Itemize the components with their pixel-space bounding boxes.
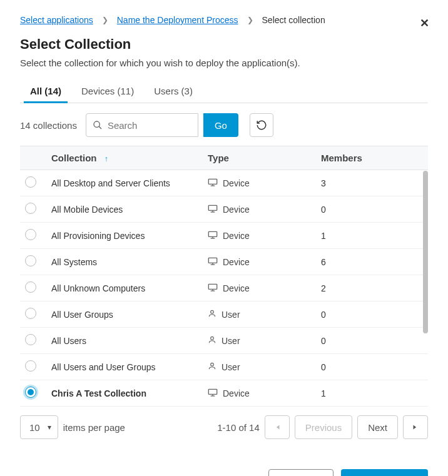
row-radio[interactable] (25, 255, 36, 266)
device-icon (208, 230, 218, 241)
row-members-count: 3 (316, 170, 428, 196)
search-field-wrap (86, 113, 198, 137)
breadcrumb: Select applications ❯ Name the Deploymen… (20, 15, 428, 25)
row-members-count: 0 (316, 328, 428, 354)
svg-rect-8 (208, 231, 216, 236)
pager: 10 items per page 1-10 of 14 Previous Ne… (20, 415, 428, 439)
row-members-count: 0 (316, 301, 428, 328)
tabs: All (14) Devices (11) Users (3) (20, 81, 428, 103)
toolbar: 14 collections Go (20, 113, 428, 137)
tab-users[interactable]: Users (3) (153, 81, 194, 103)
table-row[interactable]: All UsersUser0 (20, 328, 428, 354)
refresh-button[interactable] (250, 113, 273, 137)
refresh-icon (256, 119, 267, 131)
row-collection-name: All Users (46, 328, 203, 354)
svg-rect-11 (208, 258, 216, 263)
previous-page-button[interactable]: Previous (295, 415, 352, 439)
user-icon (208, 335, 216, 346)
collections-table: Collection ↑ Type Members All Desktop an… (20, 146, 428, 407)
table-row[interactable]: All Desktop and Server ClientsDevice3 (20, 170, 428, 196)
svg-point-19 (211, 363, 214, 366)
search-go-button[interactable]: Go (203, 113, 238, 137)
table-row[interactable]: All Users and User GroupsUser0 (20, 354, 428, 380)
column-header-type[interactable]: Type (203, 146, 316, 170)
column-header-select (20, 146, 46, 170)
user-icon (208, 309, 216, 320)
svg-rect-2 (208, 179, 216, 184)
row-radio[interactable] (25, 360, 36, 372)
scrollbar[interactable] (423, 171, 428, 404)
close-icon[interactable]: ✕ (420, 16, 429, 30)
table-row[interactable]: All Mobile DevicesDevice0 (20, 196, 428, 223)
last-page-button[interactable] (403, 415, 428, 439)
breadcrumb-step-applications[interactable]: Select applications (20, 15, 93, 25)
row-members-count: 0 (316, 196, 428, 223)
row-type-label: User (221, 310, 240, 320)
table-row[interactable]: All SystemsDevice6 (20, 249, 428, 275)
modal-footer: Cancel Previous Save & Close (20, 453, 428, 476)
column-header-members[interactable]: Members (316, 146, 428, 170)
chevron-right-icon: ❯ (102, 16, 108, 24)
search-input[interactable] (108, 120, 191, 131)
device-icon (208, 204, 218, 215)
items-per-page-label: items per page (63, 422, 125, 433)
breadcrumb-step-select-collection: Select collection (262, 15, 325, 25)
search-icon (93, 120, 103, 130)
table-row[interactable]: All Unknown ComputersDevice2 (20, 275, 428, 301)
svg-rect-14 (208, 284, 216, 289)
collections-count: 14 collections (20, 120, 77, 131)
last-page-icon (411, 423, 420, 432)
page-title: Select Collection (20, 36, 428, 53)
chevron-right-icon: ❯ (247, 16, 253, 24)
column-header-collection-label: Collection (51, 153, 97, 163)
row-type-label: Device (223, 178, 250, 188)
user-icon (208, 362, 216, 372)
table-row[interactable]: All User GroupsUser0 (20, 301, 428, 328)
device-icon (208, 256, 218, 267)
scrollbar-thumb[interactable] (423, 171, 428, 333)
row-type-label: Device (223, 283, 250, 293)
row-radio[interactable] (25, 387, 36, 398)
row-collection-name: All Desktop and Server Clients (46, 170, 203, 196)
page-range-label: 1-10 of 14 (217, 422, 260, 433)
row-radio[interactable] (25, 203, 36, 214)
row-radio[interactable] (25, 229, 36, 240)
svg-rect-20 (208, 389, 216, 394)
svg-point-0 (94, 121, 99, 127)
next-page-button[interactable]: Next (357, 415, 398, 439)
row-members-count: 6 (316, 249, 428, 275)
wizard-previous-button[interactable]: Previous (268, 469, 333, 476)
row-collection-name: All Systems (46, 249, 203, 275)
row-type-label: Device (223, 388, 250, 398)
row-type-label: Device (223, 205, 250, 215)
row-members-count: 0 (316, 354, 428, 380)
row-radio[interactable] (25, 308, 36, 319)
svg-point-18 (211, 337, 214, 340)
page-size-value: 10 (29, 422, 40, 433)
save-and-close-button[interactable]: Save & Close (341, 469, 428, 476)
row-type-label: User (221, 362, 240, 372)
svg-line-1 (99, 126, 101, 129)
page-size-select[interactable]: 10 (20, 415, 58, 439)
table-row[interactable]: All Provisioning DevicesDevice1 (20, 223, 428, 249)
row-radio[interactable] (25, 334, 36, 345)
sort-ascending-icon: ↑ (104, 154, 108, 163)
tab-devices[interactable]: Devices (11) (80, 81, 135, 103)
breadcrumb-step-name-process[interactable]: Name the Deployment Process (117, 15, 238, 25)
row-type-label: Device (223, 231, 250, 241)
first-page-button[interactable] (265, 415, 290, 439)
first-page-icon (273, 423, 282, 432)
row-collection-name: All Unknown Computers (46, 275, 203, 301)
table-row[interactable]: Chris A Test CollectionDevice1 (20, 380, 428, 407)
row-radio[interactable] (25, 176, 36, 188)
row-members-count: 1 (316, 223, 428, 249)
column-header-collection[interactable]: Collection ↑ (46, 146, 203, 170)
row-collection-name: All Provisioning Devices (46, 223, 203, 249)
row-collection-name: All User Groups (46, 301, 203, 328)
tab-all[interactable]: All (14) (29, 81, 63, 103)
row-radio[interactable] (25, 281, 36, 293)
row-type-label: User (221, 336, 240, 346)
svg-point-17 (211, 310, 214, 313)
row-members-count: 2 (316, 275, 428, 301)
device-icon (208, 283, 218, 293)
